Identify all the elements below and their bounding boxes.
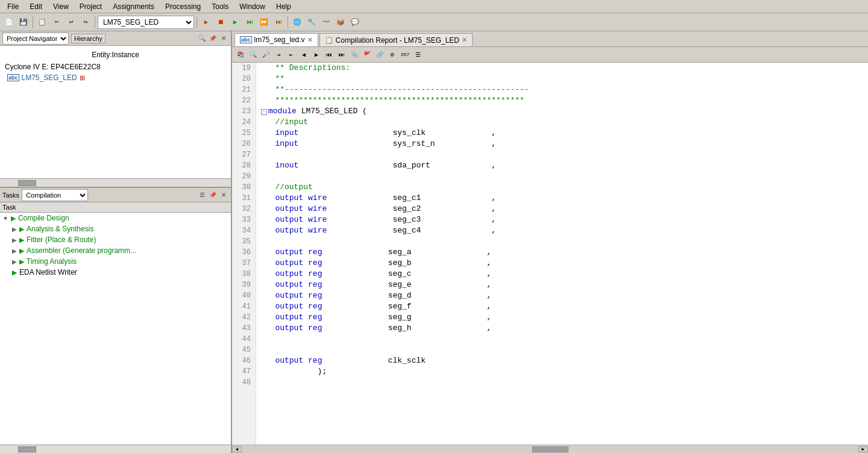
menu-project[interactable]: Project — [75, 1, 107, 12]
tasks-dropdown[interactable]: Compilation — [22, 189, 88, 201]
prog-btn[interactable]: 📦 — [334, 16, 347, 29]
tab-compilation[interactable]: 📋 Compilation Report - LM75_SEG_LED ✕ — [319, 33, 473, 46]
ed-prev2[interactable]: ⏮ — [323, 49, 335, 61]
cut-button[interactable]: ✂ — [50, 16, 63, 29]
code-line-48[interactable] — [261, 377, 863, 388]
ed-goto[interactable]: 🔗 — [374, 49, 386, 61]
menu-help[interactable]: Help — [271, 1, 296, 12]
chat-btn[interactable]: 💬 — [348, 16, 362, 29]
code-line-35[interactable] — [261, 236, 863, 247]
code-line-44[interactable] — [261, 334, 863, 345]
code-line-46[interactable]: output reg clk_sclk — [261, 355, 863, 366]
code-line-28[interactable]: inout sda_port , — [261, 160, 863, 171]
menu-view[interactable]: View — [48, 1, 74, 12]
nav-close-icon[interactable]: ✕ — [219, 34, 228, 43]
editor-scrollbar-h[interactable]: ◀ ▶ — [232, 445, 868, 453]
code-line-26[interactable]: input sys_rst_n , — [261, 139, 863, 149]
code-line-38[interactable]: output reg seg_c , — [261, 269, 863, 280]
project-dropdown[interactable]: LM75_SEG_LED — [98, 16, 194, 29]
tasks-list-icon[interactable]: ☰ — [197, 190, 207, 200]
code-line-30[interactable]: //output — [261, 182, 863, 193]
code-line-23[interactable]: -module LM75_SEG_LED ( — [261, 106, 863, 117]
menu-file[interactable]: File — [2, 1, 24, 12]
tasks-pin-icon[interactable]: 📌 — [208, 190, 218, 200]
undo-button[interactable]: ↩ — [64, 16, 78, 29]
ed-next2[interactable]: ⏭ — [336, 49, 348, 61]
code-line-25[interactable]: input sys_clk , — [261, 128, 863, 139]
tab-lm75[interactable]: abc lm75_seg_led.v ✕ — [234, 33, 318, 46]
nav-pin-icon[interactable]: 📌 — [208, 34, 218, 43]
task-analysis[interactable]: ▶ ▶ Analysis & Synthesis — [10, 223, 231, 234]
code-line-39[interactable]: output reg seg_e , — [261, 280, 863, 290]
copy-button[interactable]: 📋 — [36, 16, 49, 29]
code-line-31[interactable]: output wire seg_c1 , — [261, 193, 863, 204]
tab-comp-close[interactable]: ✕ — [462, 36, 467, 44]
code-content[interactable]: ** Descriptions: ** **------------------… — [256, 63, 868, 445]
new-button[interactable]: 📄 — [2, 16, 16, 29]
ed-flag[interactable]: 🚩 — [361, 49, 373, 61]
ed-bookmarks[interactable]: 📚 — [234, 49, 247, 61]
task-compile-design[interactable]: ▼ ▶ Compile Design — [0, 213, 231, 223]
code-line-20[interactable]: ** — [261, 73, 863, 84]
nav-type-dropdown[interactable]: Project Navigator — [2, 33, 69, 45]
task-eda[interactable]: ▶ EDA Netlist Writer — [10, 267, 231, 278]
tab-lm75-close[interactable]: ✕ — [307, 36, 313, 44]
code-line-47[interactable]: ); — [261, 366, 863, 377]
run-btn[interactable]: ▶ — [228, 16, 242, 29]
ed-prev[interactable]: ◀ — [298, 49, 310, 61]
chevron-assembler[interactable]: ▶ — [12, 248, 17, 254]
ed-lines[interactable]: ☰ — [412, 49, 424, 61]
ed-next[interactable]: ▶ — [310, 49, 322, 61]
tasks-scrollbar[interactable] — [0, 445, 231, 453]
menu-tools[interactable]: Tools — [207, 1, 233, 12]
code-line-36[interactable]: output reg seg_a , — [261, 247, 863, 258]
nav-scrollbar[interactable] — [0, 178, 231, 187]
step2-btn[interactable]: ⏩ — [257, 16, 271, 29]
chevron-timing[interactable]: ▶ — [12, 258, 17, 265]
ed-num[interactable]: 267 — [399, 49, 411, 61]
globe-btn[interactable]: 🌐 — [291, 16, 304, 29]
nav-search-icon[interactable]: 🔍 — [197, 34, 207, 43]
task-assembler[interactable]: ▶ ▶ Assembler (Generate programm... — [10, 245, 231, 256]
code-line-22[interactable]: ****************************************… — [261, 95, 863, 106]
code-line-34[interactable]: output wire seg_c4 , — [261, 225, 863, 236]
code-line-43[interactable]: output reg seg_h , — [261, 323, 863, 334]
ed-attach[interactable]: 📎 — [348, 49, 360, 61]
tasks-close-icon[interactable]: ✕ — [219, 190, 228, 200]
menu-edit[interactable]: Edit — [25, 1, 47, 12]
code-line-33[interactable]: output wire seg_c3 , — [261, 214, 863, 225]
code-line-29[interactable] — [261, 171, 863, 182]
ed-outdent[interactable]: ⇤ — [285, 49, 297, 61]
chevron-fitter[interactable]: ▶ — [12, 237, 17, 243]
ed-search[interactable]: 🔍 — [247, 49, 259, 61]
code-line-42[interactable]: output reg seg_g , — [261, 312, 863, 323]
menu-window[interactable]: Window — [234, 1, 270, 12]
step-btn[interactable]: ⏭ — [243, 16, 256, 29]
ed-indent[interactable]: ⇥ — [272, 49, 285, 61]
ed-format[interactable]: ⚙ — [386, 49, 398, 61]
code-line-32[interactable]: output wire seg_c2 , — [261, 204, 863, 214]
project-item[interactable]: abc LM75_SEG_LED ⊞ — [2, 72, 228, 83]
wave-btn[interactable]: 〰 — [319, 16, 333, 29]
compile-btn[interactable]: ▶ — [200, 16, 213, 29]
code-line-40[interactable]: output reg seg_d , — [261, 290, 863, 301]
redo-button[interactable]: ↪ — [79, 16, 92, 29]
chevron-compile[interactable]: ▼ — [2, 215, 8, 222]
chip-btn[interactable]: 🔧 — [305, 16, 318, 29]
chevron-analysis[interactable]: ▶ — [12, 226, 17, 233]
ed-find[interactable]: 🔎 — [260, 49, 272, 61]
code-line-27[interactable] — [261, 149, 863, 160]
step3-btn[interactable]: ⏭ — [272, 16, 285, 29]
save-button[interactable]: 💾 — [17, 16, 30, 29]
task-fitter[interactable]: ▶ ▶ Fitter (Place & Route) — [10, 234, 231, 245]
code-line-41[interactable]: output reg seg_f , — [261, 301, 863, 312]
task-timing[interactable]: ▶ ▶ Timing Analysis — [10, 256, 231, 267]
stop-btn[interactable]: ⏹ — [214, 16, 227, 29]
code-line-45[interactable] — [261, 345, 863, 355]
code-line-24[interactable]: //input — [261, 117, 863, 128]
code-line-37[interactable]: output reg seg_b , — [261, 258, 863, 269]
code-line-21[interactable]: **--------------------------------------… — [261, 84, 863, 95]
code-line-19[interactable]: ** Descriptions: — [261, 63, 863, 73]
menu-processing[interactable]: Processing — [160, 1, 206, 12]
menu-assignments[interactable]: Assignments — [108, 1, 159, 12]
